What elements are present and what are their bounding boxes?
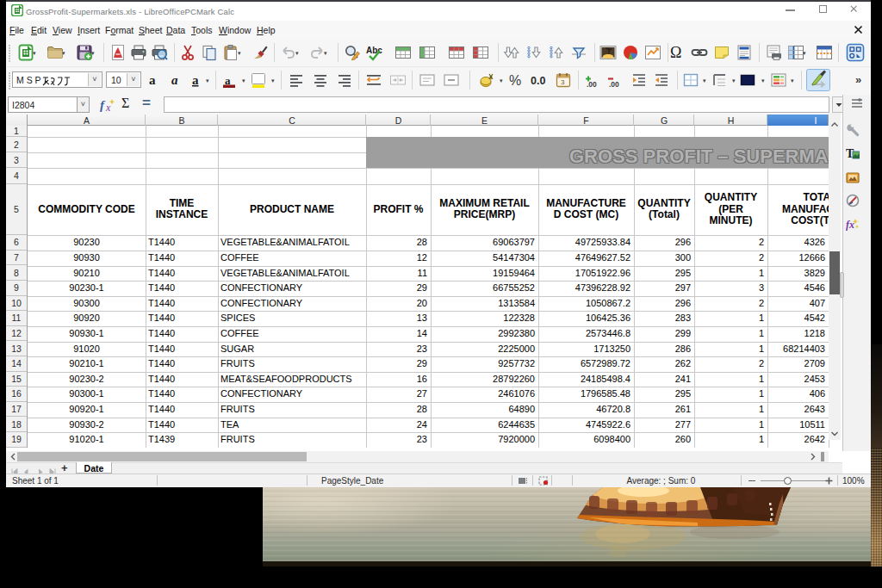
svg-text:a: a bbox=[171, 73, 178, 87]
svg-text:a: a bbox=[192, 73, 199, 87]
svg-text:3: 3 bbox=[561, 78, 565, 86]
svg-text:Abc: Abc bbox=[366, 46, 382, 55]
svg-text:f: f bbox=[100, 98, 106, 112]
svg-text:.00: .00 bbox=[609, 80, 619, 89]
svg-text:a: a bbox=[149, 73, 156, 87]
svg-text:Ω: Ω bbox=[670, 44, 681, 61]
svg-text:%: % bbox=[509, 73, 521, 88]
svg-text:fx: fx bbox=[846, 219, 854, 231]
svg-text:x: x bbox=[105, 102, 111, 114]
svg-text:.00: .00 bbox=[587, 80, 597, 89]
svg-text:0.0: 0.0 bbox=[531, 75, 545, 87]
